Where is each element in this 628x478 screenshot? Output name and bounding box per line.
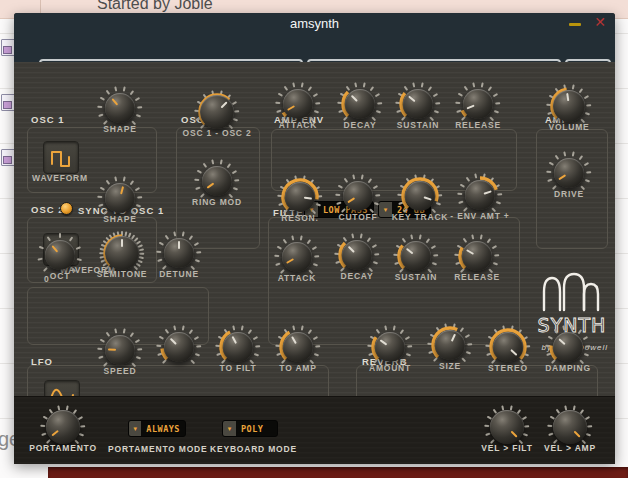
knob-body: [435, 330, 465, 360]
knob-pointer: [510, 349, 518, 356]
knob-body: [493, 332, 523, 362]
window-title: amsynth: [14, 16, 615, 31]
knob-reverb-amount[interactable]: AMOUNT: [366, 323, 414, 371]
keyboard-mode-select[interactable]: ▼ POLY: [222, 420, 278, 437]
knob-reverb-size[interactable]: SIZE: [426, 321, 474, 369]
knob-label-filter-env-amt: - ENV AMT +: [450, 211, 509, 221]
knob-pointer: [170, 338, 177, 345]
knob-drive[interactable]: DRIVE: [545, 149, 593, 197]
knob-body: [200, 95, 234, 129]
sync-led[interactable]: [60, 202, 73, 215]
document-icon: [1, 149, 15, 166]
knob-osc2-semitone[interactable]: SEMITONE: [98, 229, 146, 277]
knob-label-reverb-stereo: STEREO: [488, 363, 528, 373]
knob-osc1-shape[interactable]: SHAPE: [96, 84, 144, 132]
knob-filter-resonance[interactable]: RESON.: [276, 173, 324, 221]
knob-label-lfo-speed: SPEED: [104, 366, 137, 376]
knob-pointer: [566, 93, 570, 101]
knob-body: [463, 89, 493, 119]
knob-pointer: [206, 182, 214, 189]
knob-pointer: [466, 104, 474, 109]
knob-body: [462, 241, 492, 271]
knob-lfo-to-amp[interactable]: TO AMP: [274, 323, 322, 371]
knob-reverb-damping[interactable]: DAMPING: [544, 323, 592, 371]
knob-lfo-speed[interactable]: SPEED: [96, 326, 144, 374]
knob-body: [553, 332, 583, 362]
knob-label-osc-mix: OSC 1 - OSC 2: [183, 128, 252, 138]
osc1-waveform-button[interactable]: [43, 141, 79, 174]
knob-body: [164, 238, 194, 268]
knob-vel-to-filter[interactable]: VEL > FILT: [483, 403, 531, 451]
knob-label-reverb-damping: DAMPING: [545, 363, 591, 373]
knob-filter-attack[interactable]: ATTACK: [273, 233, 321, 281]
knob-label-osc2-oct: OCT: [50, 271, 70, 281]
dropdown-arrow-icon: ▼: [129, 421, 141, 436]
knob-osc2-oct[interactable]: OCT: [36, 231, 84, 279]
knob-body: [105, 183, 135, 213]
knob-label-filter-release: RELEASE: [454, 272, 500, 282]
knob-filter-sustain[interactable]: SUSTAIN: [392, 232, 440, 280]
knob-amp-release[interactable]: RELEASE: [454, 80, 502, 128]
knob-lfo-amount[interactable]: [155, 323, 203, 371]
knob-label-volume: VOLUME: [548, 122, 589, 132]
knob-filter-decay[interactable]: DECAY: [333, 231, 381, 279]
knob-filter-env-amt[interactable]: - ENV AMT +: [456, 171, 504, 219]
knob-osc2-detune[interactable]: DETUNE: [155, 229, 203, 277]
knob-pointer: [510, 430, 517, 437]
knob-volume[interactable]: VOLUME: [545, 82, 593, 130]
minimize-icon[interactable]: [569, 23, 581, 26]
knob-osc-mix[interactable]: OSC 1 - OSC 2: [193, 88, 241, 136]
knob-pointer: [178, 241, 181, 249]
knob-filter-cutoff[interactable]: CUTOFF: [334, 172, 382, 220]
knob-label-osc1-shape: SHAPE: [103, 124, 136, 134]
knob-label-osc2-shape: SHAPE: [103, 214, 136, 224]
knob-pointer: [111, 98, 118, 106]
knob-body: [282, 242, 312, 272]
knob-label-filter-sustain: SUSTAIN: [395, 272, 437, 282]
document-icon: [1, 39, 15, 56]
knob-pointer: [347, 197, 355, 203]
keyboard-mode-value: POLY: [236, 421, 268, 436]
knob-label-osc2-semitone: SEMITONE: [97, 269, 148, 279]
panel-title-osc1: OSC 1: [31, 114, 65, 125]
knob-osc2-shape[interactable]: SHAPE: [96, 174, 144, 222]
knob-label-amp-decay: DECAY: [344, 120, 377, 130]
knob-amp-decay[interactable]: DECAY: [336, 80, 384, 128]
knob-label-osc2-detune: DETUNE: [159, 269, 199, 279]
knob-body: [105, 93, 135, 123]
close-icon[interactable]: ✕: [594, 14, 606, 30]
knob-label-amp-release: RELEASE: [455, 120, 501, 130]
knob-portamento[interactable]: PORTAMENTO: [39, 403, 87, 451]
background-text: Started by Jobie: [97, 0, 213, 13]
knob-body: [342, 240, 372, 270]
knob-amp-sustain[interactable]: SUSTAIN: [394, 80, 442, 128]
knob-label-vel-to-filter: VEL > FILT: [481, 443, 532, 453]
knob-pointer: [304, 196, 312, 200]
knob-label-vel-to-amp: VEL > AMP: [544, 443, 596, 453]
square-wave-icon: [49, 147, 73, 169]
knob-label-reverb-amount: AMOUNT: [369, 363, 411, 373]
knob-pointer: [287, 105, 295, 111]
knob-body: [45, 240, 75, 270]
portamento-mode-value: ALWAYS: [141, 421, 185, 436]
knob-pointer: [121, 239, 124, 247]
knob-filter-keytrack[interactable]: KEY TRACK: [396, 172, 444, 220]
knob-pointer: [286, 258, 294, 264]
knob-pointer: [483, 190, 491, 195]
knob-body: [345, 89, 375, 119]
knob-pointer: [231, 336, 237, 344]
knob-label-filter-resonance: RESON.: [281, 213, 318, 223]
knob-body: [490, 410, 524, 444]
knob-filter-release[interactable]: RELEASE: [453, 232, 501, 280]
knob-pointer: [406, 248, 414, 255]
knob-vel-to-amp[interactable]: VEL > AMP: [546, 403, 594, 451]
knob-reverb-stereo[interactable]: STEREO: [484, 323, 532, 371]
knob-ring-mod[interactable]: RING MOD: [193, 157, 241, 205]
portamento-mode-select[interactable]: ▼ ALWAYS: [128, 420, 186, 437]
knob-pointer: [466, 249, 474, 255]
knob-amp-attack[interactable]: ATTACK: [274, 80, 322, 128]
knob-label-filter-cutoff: CUTOFF: [338, 212, 377, 222]
panel-title-lfo: LFO: [31, 356, 53, 367]
knob-lfo-to-filter[interactable]: TO FILT: [214, 323, 262, 371]
knob-pointer: [348, 246, 355, 253]
